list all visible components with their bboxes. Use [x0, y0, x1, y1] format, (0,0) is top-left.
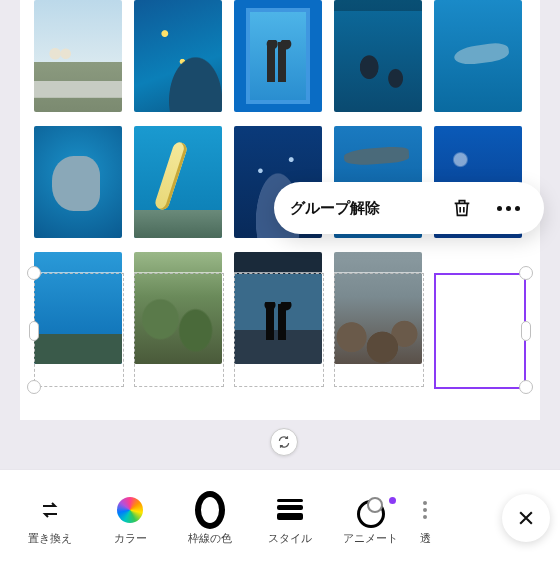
- replace-icon: [35, 495, 65, 525]
- style-tool[interactable]: スタイル: [250, 495, 330, 546]
- tool-label: アニメート: [343, 531, 398, 546]
- border-color-tool[interactable]: 枠線の色: [170, 495, 250, 546]
- ungroup-button[interactable]: グループ解除: [290, 199, 380, 218]
- tool-label: 透: [420, 531, 431, 546]
- close-button[interactable]: [502, 494, 550, 542]
- more-button[interactable]: [488, 188, 528, 228]
- lines-icon: [275, 495, 305, 525]
- animate-icon: [355, 495, 385, 525]
- ring-icon: [195, 495, 225, 525]
- grid-cell[interactable]: [334, 0, 422, 112]
- grid-cell[interactable]: [34, 126, 122, 238]
- grid-cell[interactable]: [134, 252, 222, 364]
- grid-cell[interactable]: [234, 252, 322, 364]
- trash-icon: [451, 197, 473, 219]
- tool-label: 枠線の色: [188, 531, 232, 546]
- grid-cell[interactable]: [334, 252, 422, 364]
- tool-label: カラー: [114, 531, 147, 546]
- color-tool[interactable]: カラー: [90, 495, 170, 546]
- dots-vertical-icon: [410, 495, 440, 525]
- grid-cell[interactable]: [234, 0, 322, 112]
- grid-cell[interactable]: [34, 0, 122, 112]
- grid-cell[interactable]: [434, 252, 522, 364]
- color-wheel-icon: [115, 495, 145, 525]
- tool-label: 置き換え: [28, 531, 72, 546]
- tool-label: スタイル: [268, 531, 312, 546]
- replace-tool[interactable]: 置き換え: [10, 495, 90, 546]
- context-menu: グループ解除: [274, 182, 544, 234]
- notification-dot-icon: [389, 497, 396, 504]
- grid-cell[interactable]: [434, 0, 522, 112]
- toolbar: 置き換え カラー 枠線の色 スタイル アニメート 透: [0, 469, 560, 570]
- animate-tool[interactable]: アニメート: [330, 495, 410, 546]
- close-icon: [516, 508, 536, 528]
- grid-cell[interactable]: [34, 252, 122, 364]
- delete-button[interactable]: [442, 188, 482, 228]
- grid-cell[interactable]: [134, 0, 222, 112]
- rotate-handle[interactable]: [270, 428, 298, 456]
- rotate-icon: [277, 435, 291, 449]
- transparency-tool[interactable]: 透: [410, 495, 440, 546]
- grid-cell[interactable]: [134, 126, 222, 238]
- dots-icon: [497, 206, 520, 211]
